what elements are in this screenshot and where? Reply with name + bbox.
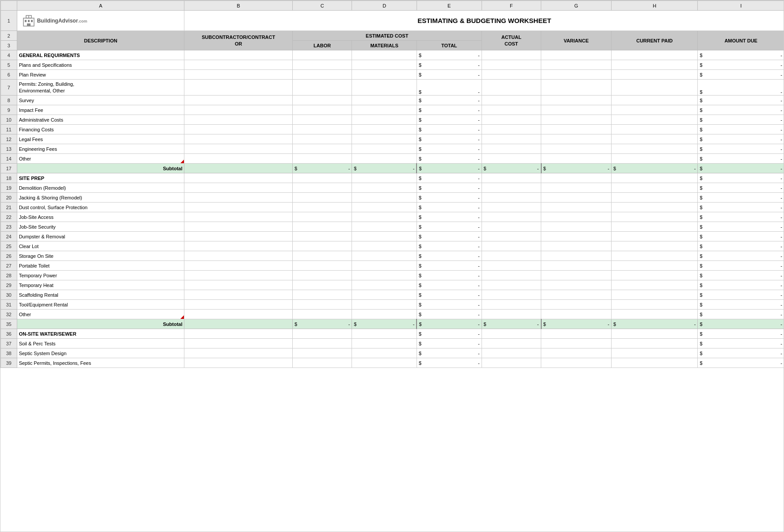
cell-37h[interactable] — [611, 339, 698, 348]
cell-28a[interactable]: Temporary Power — [17, 271, 184, 280]
cell-29c[interactable] — [292, 280, 352, 290]
subtotal-2i[interactable]: $- — [698, 319, 784, 329]
cell-7h[interactable] — [611, 80, 698, 96]
cell-10i[interactable]: $- — [698, 115, 784, 125]
cell-6i[interactable]: $- — [698, 70, 784, 80]
cell-26b[interactable] — [184, 251, 292, 261]
cell-19c[interactable] — [292, 183, 352, 193]
cell-9f[interactable] — [482, 105, 541, 115]
cell-27f[interactable] — [482, 261, 541, 271]
cell-36h[interactable] — [611, 329, 698, 339]
cell-28f[interactable] — [482, 271, 541, 280]
subtotal-2f[interactable]: $- — [482, 319, 541, 329]
cell-21a[interactable]: Dust control, Surface Protection — [17, 203, 184, 212]
cell-5a[interactable]: Plans and Specifications — [17, 60, 184, 70]
cell-5i[interactable]: $- — [698, 60, 784, 70]
cell-25h[interactable] — [611, 241, 698, 251]
cell-28i[interactable]: $- — [698, 271, 784, 280]
cell-20e[interactable]: $- — [417, 193, 482, 203]
cell-19d[interactable] — [352, 183, 417, 193]
cell-27d[interactable] — [352, 261, 417, 271]
cell-23a[interactable]: Job-Site Security — [17, 222, 184, 232]
cell-37g[interactable] — [541, 339, 612, 348]
cell-32a[interactable]: Other — [17, 310, 184, 319]
cell-28h[interactable] — [611, 271, 698, 280]
cell-20i[interactable]: $- — [698, 193, 784, 203]
cell-9a[interactable]: Impact Fee — [17, 105, 184, 115]
cell-14c[interactable] — [292, 154, 352, 164]
cell-6h[interactable] — [611, 70, 698, 80]
cell-38b[interactable] — [184, 348, 292, 358]
cell-19g[interactable] — [541, 183, 612, 193]
cell-38f[interactable] — [482, 348, 541, 358]
cell-26h[interactable] — [611, 251, 698, 261]
cell-37e[interactable]: $- — [417, 339, 482, 348]
cell-14g[interactable] — [541, 154, 612, 164]
cell-6b[interactable] — [184, 70, 292, 80]
cell-4g[interactable] — [541, 50, 612, 60]
cell-14e[interactable]: $- — [417, 154, 482, 164]
cell-31i[interactable]: $- — [698, 300, 784, 310]
cell-11c[interactable] — [292, 125, 352, 134]
cell-4c[interactable] — [292, 50, 352, 60]
cell-27a[interactable]: Portable Toilet — [17, 261, 184, 271]
cell-22e[interactable]: $- — [417, 212, 482, 222]
cell-11i[interactable]: $- — [698, 125, 784, 134]
cell-4h[interactable] — [611, 50, 698, 60]
cell-11f[interactable] — [482, 125, 541, 134]
cell-8d[interactable] — [352, 96, 417, 105]
cell-5d[interactable] — [352, 60, 417, 70]
cell-12i[interactable]: $- — [698, 134, 784, 144]
cell-13g[interactable] — [541, 144, 612, 154]
subtotal-1c[interactable]: $- — [292, 164, 352, 173]
cell-39e[interactable]: $- — [417, 358, 482, 368]
cell-36g[interactable] — [541, 329, 612, 339]
cell-21f[interactable] — [482, 203, 541, 212]
cell-5f[interactable] — [482, 60, 541, 70]
cell-21g[interactable] — [541, 203, 612, 212]
cell-31e[interactable]: $- — [417, 300, 482, 310]
cell-29f[interactable] — [482, 280, 541, 290]
cell-39h[interactable] — [611, 358, 698, 368]
cell-14i[interactable]: $- — [698, 154, 784, 164]
cell-12h[interactable] — [611, 134, 698, 144]
cell-8a[interactable]: Survey — [17, 96, 184, 105]
cell-19h[interactable] — [611, 183, 698, 193]
cell-26a[interactable]: Storage On Site — [17, 251, 184, 261]
cell-4d[interactable] — [352, 50, 417, 60]
cell-8f[interactable] — [482, 96, 541, 105]
cell-24h[interactable] — [611, 232, 698, 241]
cell-4b[interactable] — [184, 50, 292, 60]
cell-6a[interactable]: Plan Review — [17, 70, 184, 80]
cell-38i[interactable]: $- — [698, 348, 784, 358]
subtotal-1h[interactable]: $- — [611, 164, 698, 173]
cell-36f[interactable] — [482, 329, 541, 339]
cell-4i[interactable]: $- — [698, 50, 784, 60]
cell-4f[interactable] — [482, 50, 541, 60]
cell-36b[interactable] — [184, 329, 292, 339]
cell-27b[interactable] — [184, 261, 292, 271]
cell-7b[interactable] — [184, 80, 292, 96]
cell-32f[interactable] — [482, 310, 541, 319]
cell-30f[interactable] — [482, 290, 541, 300]
cell-24d[interactable] — [352, 232, 417, 241]
cell-21c[interactable] — [292, 203, 352, 212]
cell-28c[interactable] — [292, 271, 352, 280]
cell-29i[interactable]: $- — [698, 280, 784, 290]
cell-30i[interactable]: $- — [698, 290, 784, 300]
cell-22c[interactable] — [292, 212, 352, 222]
cell-24c[interactable] — [292, 232, 352, 241]
cell-19a[interactable]: Demolition (Remodel) — [17, 183, 184, 193]
cell-32c[interactable] — [292, 310, 352, 319]
cell-19f[interactable] — [482, 183, 541, 193]
cell-10f[interactable] — [482, 115, 541, 125]
cell-26d[interactable] — [352, 251, 417, 261]
cell-8c[interactable] — [292, 96, 352, 105]
cell-30c[interactable] — [292, 290, 352, 300]
cell-21h[interactable] — [611, 203, 698, 212]
cell-18d[interactable] — [352, 173, 417, 183]
cell-6g[interactable] — [541, 70, 612, 80]
cell-30h[interactable] — [611, 290, 698, 300]
subtotal-2b[interactable] — [184, 319, 292, 329]
cell-26i[interactable]: $- — [698, 251, 784, 261]
